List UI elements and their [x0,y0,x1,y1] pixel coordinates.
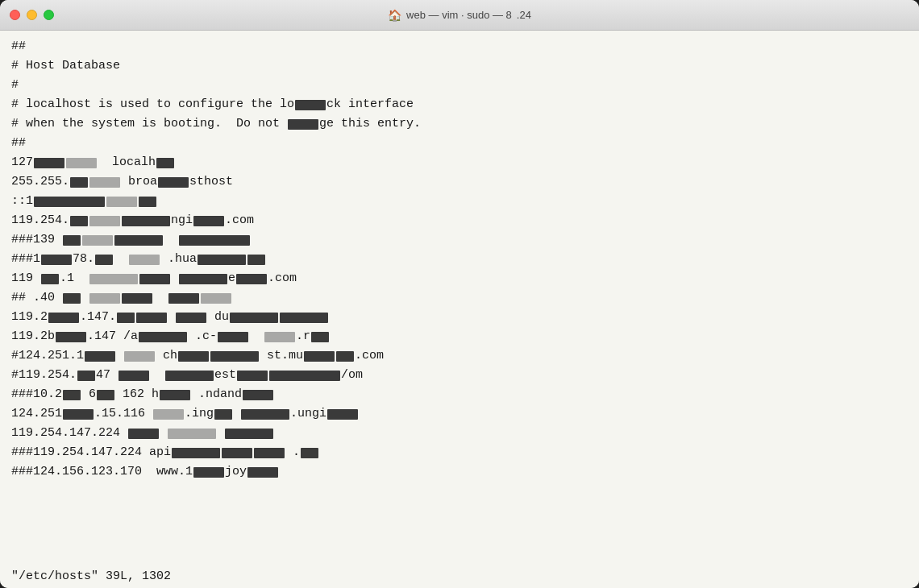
redacted-37 [136,313,167,323]
redacted-12 [70,216,88,226]
redacted-32 [122,293,152,304]
line-20: 124.251 .15.116 .ing .ungi [11,404,908,424]
redacted-64 [241,409,289,420]
redacted-6 [70,177,88,188]
window-title: 🏠 web — vim · sudo — 8 .24 [388,9,531,22]
redacted-9 [34,197,105,207]
redacted-67 [168,429,216,439]
line-21: 119.254.147.224 [11,424,908,443]
redacted-17 [82,235,113,246]
line-3: # [11,76,908,95]
redacted-43 [218,332,248,342]
redacted-65 [327,409,358,420]
redacted-71 [254,448,285,458]
redacted-61 [63,409,94,420]
redacted-51 [336,351,354,362]
redacted-7 [89,177,120,188]
redacted-48 [178,351,209,362]
line-17: #124.251.1 ch st.mu .com [11,346,908,366]
redacted-31 [89,293,120,304]
redacted-35 [48,313,79,323]
redacted-73 [193,467,224,478]
line-1: ## [11,37,908,56]
line-7: 127 localh [11,153,908,172]
redacted-54 [165,371,214,381]
redacted-18 [114,235,163,246]
editor-content[interactable]: ## # Host Database # # localhost is used… [0,31,919,568]
redacted-4 [66,158,97,168]
line-22: ###119.254.147.224 api . [11,443,908,462]
window-controls[interactable] [10,10,54,20]
redacted-21 [95,255,113,265]
redacted-3 [34,158,64,168]
line-13: 119 .1 e .com [11,269,908,288]
redacted-23 [198,255,246,265]
statusbar: "/etc/hosts" 39L, 1302 [0,568,919,588]
redacted-19 [179,235,250,246]
redacted-11 [139,197,156,207]
redacted-62 [153,409,184,420]
line-8: 255.255. broa sthost [11,172,908,192]
line-15: 119.2 .147. du [11,308,908,327]
terminal-window: 🏠 web — vim · sudo — 8 .24 ## # Host Dat… [0,0,919,588]
line-14: ## .40 [11,288,908,308]
line-18: #119.254. 47 est /om [11,366,908,385]
redacted-60 [243,390,273,400]
line-23: ###124.156.123.170 www.1 joy [11,462,908,482]
redacted-46 [85,351,115,362]
redacted-74 [247,467,278,478]
redacted-24 [247,255,265,265]
redacted-69 [172,448,220,458]
redacted-8 [158,177,189,188]
line-11: ###139 [11,230,908,250]
redacted-40 [280,313,328,323]
redacted-45 [311,332,329,342]
title-text: web — vim · sudo — 8 [406,9,512,21]
redacted-25 [41,274,59,284]
redacted-2 [288,119,318,130]
redacted-10 [106,197,137,207]
maximize-button[interactable] [44,10,54,20]
redacted-72 [301,448,318,458]
redacted-29 [236,274,267,284]
line-19: ###10.2 6 162 h .ndand [11,385,908,404]
redacted-70 [222,448,252,458]
redacted-26 [89,274,138,284]
minimize-button[interactable] [27,10,37,20]
redacted-58 [97,390,114,400]
redacted-55 [237,371,268,381]
redacted-33 [168,293,199,304]
redacted-53 [119,371,149,381]
redacted-57 [63,390,81,400]
redacted-20 [41,255,72,265]
redacted-27 [139,274,170,284]
line-12: ###1 78. .hua [11,250,908,269]
close-button[interactable] [10,10,20,20]
redacted-13 [89,216,120,226]
line-4: # localhost is used to configure the loc… [11,95,908,114]
line-2: # Host Database [11,56,908,76]
redacted-38 [176,313,206,323]
redacted-49 [210,351,259,362]
redacted-59 [160,390,190,400]
line-6: ## [11,134,908,153]
redacted-15 [193,216,224,226]
redacted-34 [201,293,231,304]
line-10: 119.254. ngi .com [11,211,908,230]
line-16: 119.2b .147 /a .c- .r [11,327,908,346]
redacted-14 [122,216,170,226]
line-9: ::1 [11,192,908,211]
redacted-1 [295,100,326,110]
redacted-5 [156,158,174,168]
redacted-56 [269,371,340,381]
line-5: # when the system is booting. Do not ge … [11,114,908,134]
titlebar: 🏠 web — vim · sudo — 8 .24 [0,0,919,31]
redacted-50 [304,351,335,362]
redacted-16 [63,235,81,246]
statusbar-text: "/etc/hosts" 39L, 1302 [11,569,171,583]
redacted-42 [139,332,187,342]
redacted-36 [117,313,135,323]
redacted-30 [63,293,81,304]
redacted-52 [77,371,95,381]
redacted-63 [214,409,232,420]
